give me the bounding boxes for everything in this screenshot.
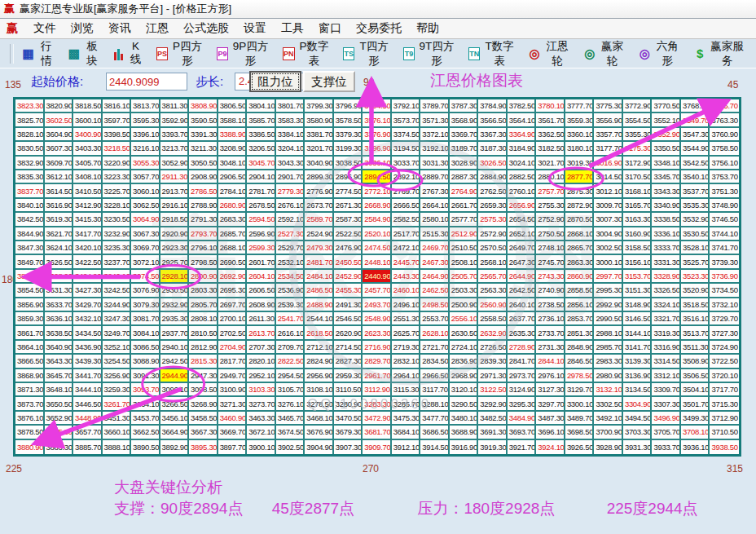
grid-cell[interactable]: 3012.10 [594, 184, 623, 198]
grid-cell[interactable]: 2815.30 [189, 355, 218, 369]
grid-cell[interactable]: 2560.90 [478, 298, 508, 312]
grid-cell[interactable]: 3021.70 [536, 157, 565, 170]
grid-cell[interactable]: 3628.90 [45, 270, 74, 284]
grid-cell[interactable]: 3300.10 [565, 397, 595, 411]
grid-cell[interactable]: 3662.50 [131, 426, 160, 439]
support-button[interactable]: 支撑位 [303, 71, 355, 92]
grid-cell[interactable]: 2832.10 [392, 355, 421, 369]
grid-cell[interactable]: 2983.30 [594, 355, 623, 369]
grid-cell[interactable]: 3681.70 [363, 426, 392, 439]
menu-item-交易委托[interactable]: 交易委托 [349, 20, 409, 38]
start-price-input[interactable] [106, 73, 187, 90]
grid-cell[interactable]: 2784.10 [218, 184, 248, 198]
grid-cell[interactable]: 3880.90 [15, 440, 45, 454]
grid-cell[interactable]: 3871.30 [15, 383, 45, 397]
grid-cell[interactable]: 3242.50 [103, 284, 132, 298]
grid-cell[interactable]: 2781.70 [247, 184, 276, 198]
menu-item-浏览[interactable]: 浏览 [64, 20, 101, 38]
grid-cell[interactable]: 3129.70 [565, 383, 595, 397]
grid-cell[interactable]: 2700.10 [218, 312, 248, 326]
grid-cell[interactable]: 3914.50 [420, 440, 450, 454]
grid-cell[interactable]: 2870.50 [565, 213, 595, 227]
grid-cell[interactable]: 2527.30 [276, 227, 305, 241]
grid-cell[interactable]: 3244.90 [103, 298, 132, 312]
grid-cell[interactable]: 3240.10 [103, 270, 132, 284]
grid-cell[interactable]: 3590.50 [189, 113, 218, 127]
grid-cell[interactable]: 3103.30 [247, 383, 276, 397]
grid-cell[interactable]: 2544.10 [305, 312, 334, 326]
grid-cell[interactable]: 3384.10 [276, 128, 305, 142]
grid-cell[interactable]: 3206.50 [247, 142, 276, 156]
grid-cell[interactable]: 3415.30 [73, 213, 103, 227]
grid-cell[interactable]: 3182.50 [536, 142, 565, 156]
grid-cell[interactable]: 3148.90 [623, 298, 653, 312]
grid-cell[interactable]: 2892.10 [392, 170, 421, 184]
grid-cell[interactable]: 2863.30 [565, 255, 595, 269]
grid-cell[interactable]: 3583.30 [276, 113, 305, 127]
grid-cell[interactable]: 3187.30 [478, 142, 508, 156]
grid-cell[interactable]: 2512.90 [450, 227, 479, 241]
grid-cell[interactable]: 3916.90 [450, 440, 479, 454]
grid-cell[interactable]: 2582.50 [392, 213, 421, 227]
grid-cell[interactable]: 2736.10 [536, 312, 565, 326]
grid-cell[interactable]: 3892.90 [160, 440, 190, 454]
menu-item-文件[interactable]: 文件 [26, 20, 64, 38]
grid-cell[interactable]: 2510.50 [450, 241, 479, 255]
grid-cell[interactable]: 2860.90 [565, 270, 595, 284]
grid-cell[interactable]: 2695.30 [218, 284, 248, 298]
grid-cell[interactable]: 3338.50 [652, 213, 681, 227]
grid-cell[interactable]: 3600.10 [73, 113, 103, 127]
grid-cell[interactable]: 2949.70 [218, 369, 248, 383]
grid-cell[interactable]: 3096.10 [160, 383, 190, 397]
grid-cell[interactable]: 2623.30 [363, 326, 392, 340]
grid-cell[interactable]: 2937.70 [160, 326, 190, 340]
grid-cell[interactable]: 2793.70 [189, 227, 218, 241]
grid-cell[interactable]: 3110.50 [334, 383, 363, 397]
grid-cell[interactable]: 3864.10 [15, 341, 45, 355]
grid-cell[interactable]: 3921.70 [508, 440, 537, 454]
grid-cell[interactable]: 3607.30 [45, 142, 74, 156]
grid-cell[interactable]: 2472.10 [392, 241, 421, 255]
grid-cell[interactable]: 3609.70 [45, 157, 74, 170]
grid-cell[interactable]: 3151.30 [623, 284, 653, 298]
grid-cell[interactable]: 3321.70 [652, 312, 681, 326]
grid-cell[interactable]: 3775.30 [594, 99, 623, 113]
grid-cell[interactable]: 3376.90 [363, 128, 392, 142]
grid-cell[interactable]: 3691.30 [478, 426, 508, 439]
grid-cell[interactable]: 2776.90 [305, 184, 334, 198]
grid-cell[interactable]: 2851.30 [565, 326, 595, 340]
grid-cell[interactable]: 2702.50 [218, 326, 248, 340]
grid-cell[interactable]: 3038.50 [334, 157, 363, 170]
grid-cell[interactable]: 3333.70 [652, 241, 681, 255]
grid-cell[interactable]: 2872.90 [565, 199, 595, 213]
grid-cell[interactable]: 2820.10 [247, 355, 276, 369]
grid-cell[interactable]: 3280.90 [334, 397, 363, 411]
grid-cell[interactable]: 3141.70 [623, 341, 653, 355]
grid-cell[interactable]: 2611.30 [247, 312, 276, 326]
grid-cell[interactable]: 2515.30 [420, 227, 450, 241]
grid-cell[interactable]: 3787.30 [450, 99, 479, 113]
grid-cell[interactable]: 2450.50 [334, 255, 363, 269]
grid-cell[interactable]: 2548.90 [363, 312, 392, 326]
grid-cell[interactable]: 3360.10 [565, 128, 595, 142]
grid-cell[interactable]: 2539.30 [276, 298, 305, 312]
grid-cell[interactable]: 3698.50 [565, 426, 595, 439]
grid-cell[interactable]: 3172.90 [623, 157, 653, 170]
grid-cell[interactable]: 3004.90 [594, 227, 623, 241]
grid-cell[interactable]: 3268.90 [189, 397, 218, 411]
grid-cell[interactable]: 2608.90 [247, 298, 276, 312]
grid-cell[interactable]: 3516.10 [681, 312, 710, 326]
grid-cell[interactable]: 3208.90 [218, 142, 248, 156]
grid-cell[interactable]: 3067.30 [131, 227, 160, 241]
grid-cell[interactable]: 3040.90 [305, 157, 334, 170]
grid-cell[interactable]: 2940.10 [160, 341, 190, 355]
grid-cell[interactable]: 3739.30 [710, 255, 739, 269]
grid-cell[interactable]: 3367.30 [478, 128, 508, 142]
grid-cell[interactable]: 3720.10 [710, 369, 739, 383]
grid-cell[interactable]: 3612.10 [45, 170, 74, 184]
grid-cell[interactable]: 3031.30 [420, 157, 450, 170]
grid-cell[interactable]: 2683.30 [218, 213, 248, 227]
grid-cell[interactable]: 3254.50 [103, 355, 132, 369]
grid-cell[interactable]: 2745.70 [536, 255, 565, 269]
grid-cell[interactable]: 3684.10 [392, 426, 421, 439]
